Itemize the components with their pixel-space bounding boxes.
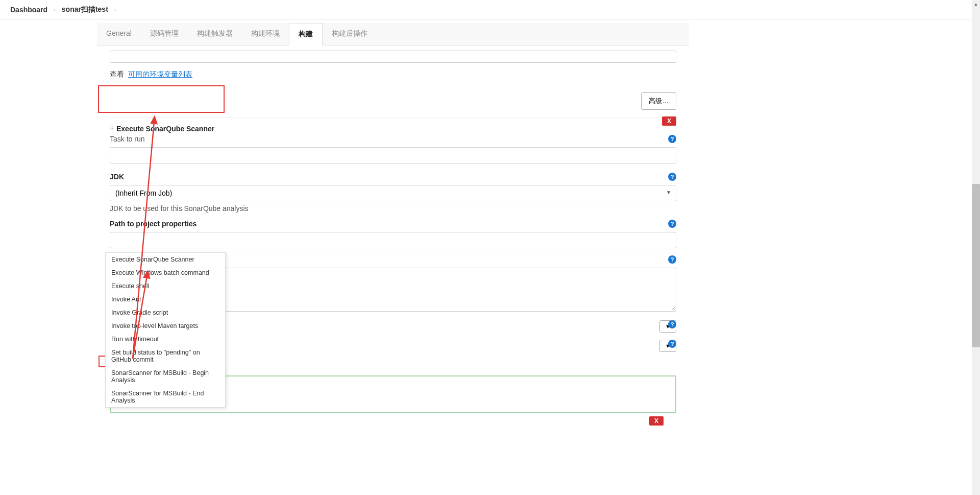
path-field-group: Path to project properties ?	[110, 220, 676, 248]
dropdown-item-msbuild-end[interactable]: SonarScanner for MSBuild - End Analysis	[106, 387, 225, 407]
dropdown-item-github[interactable]: Set build status to "pending" on GitHub …	[106, 346, 225, 366]
advanced-button[interactable]: 高级…	[641, 92, 676, 110]
config-tabs: General 源码管理 构建触发器 构建环境 构建 构建后操作	[97, 23, 689, 45]
advanced-row: 高级…	[110, 92, 676, 110]
scroll-thumb[interactable]	[972, 184, 980, 347]
help-icon[interactable]: ?	[668, 135, 676, 143]
dropdown-item-timeout[interactable]: Run with timeout	[106, 333, 225, 346]
path-label: Path to project properties	[110, 220, 676, 228]
tab-env[interactable]: 构建环境	[242, 23, 289, 45]
env-link-prefix: 查看	[110, 70, 124, 78]
tab-triggers[interactable]: 构建触发器	[188, 23, 242, 45]
jdk-select[interactable]: (Inherit From Job)	[110, 185, 676, 201]
help-icon[interactable]: ?	[668, 340, 676, 348]
jdk-description: JDK to be used for this SonarQube analys…	[110, 204, 676, 213]
drag-handle-icon[interactable]: ⠿	[110, 126, 113, 132]
jdk-field-group: JDK ? (Inherit From Job) ▼ JDK to be use…	[110, 173, 676, 213]
dropdown-item-maven[interactable]: Invoke top-level Maven targets	[106, 319, 225, 333]
vertical-scrollbar[interactable]: ▲	[972, 0, 980, 495]
help-icon[interactable]: ?	[668, 320, 676, 328]
dropdown-item-ant[interactable]: Invoke Ant	[106, 293, 225, 306]
divider	[110, 117, 676, 117]
breadcrumb: Dashboard › sonar扫描test ›	[0, 0, 980, 20]
breadcrumb-sep: ›	[114, 7, 116, 13]
prev-section-box	[110, 51, 676, 63]
tab-scm[interactable]: 源码管理	[141, 23, 188, 45]
dropdown-item-gradle[interactable]: Invoke Gradle script	[106, 306, 225, 319]
dropdown-item-winbatch[interactable]: Execute Windows batch command	[106, 266, 225, 279]
help-icon[interactable]: ?	[668, 173, 676, 181]
add-step-dropdown: Execute SonarQube Scanner Execute Window…	[105, 252, 226, 408]
tab-post[interactable]: 构建后操作	[323, 23, 377, 45]
breadcrumb-sep: ›	[54, 7, 56, 13]
dropdown-item-sonarqube[interactable]: Execute SonarQube Scanner	[106, 253, 225, 266]
jdk-label: JDK	[110, 173, 676, 181]
env-link-row: 查看 可用的环境变量列表	[110, 70, 676, 79]
env-vars-link[interactable]: 可用的环境变量列表	[128, 70, 192, 78]
scroll-up-icon[interactable]: ▲	[972, 0, 980, 9]
breadcrumb-dashboard[interactable]: Dashboard	[10, 6, 47, 14]
tab-general[interactable]: General	[97, 23, 141, 45]
delete-step-button-2[interactable]: X	[649, 416, 664, 426]
help-icon[interactable]: ?	[668, 255, 676, 264]
breadcrumb-job[interactable]: sonar扫描test	[62, 5, 108, 14]
dropdown-item-shell[interactable]: Execute shell	[106, 279, 225, 293]
path-input[interactable]	[110, 232, 676, 248]
tab-build[interactable]: 构建	[289, 23, 323, 45]
help-icon[interactable]: ?	[668, 220, 676, 228]
task-to-run-label: Task to run	[110, 135, 676, 143]
build-step-header: X ⠿ Execute SonarQube Scanner Task to ru…	[110, 123, 676, 166]
build-step-title: Execute SonarQube Scanner	[116, 125, 214, 133]
dropdown-item-msbuild-begin[interactable]: SonarScanner for MSBuild - Begin Analysi…	[106, 366, 225, 387]
delete-step-button[interactable]: X	[662, 116, 676, 126]
task-to-run-input[interactable]	[110, 147, 676, 163]
